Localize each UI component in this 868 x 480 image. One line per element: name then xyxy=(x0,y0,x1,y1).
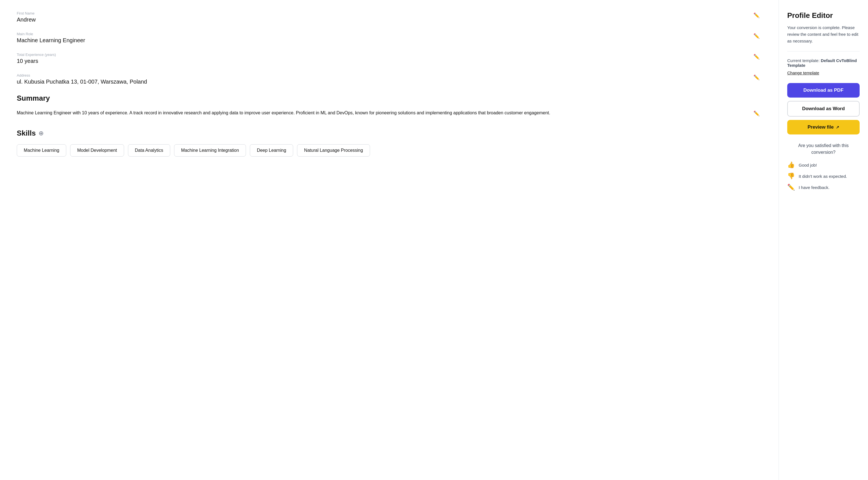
sidebar-divider xyxy=(787,51,860,52)
satisfaction-options: 👍 Good job! 👎 It didn't work as expected… xyxy=(787,161,860,191)
main-content: First Name Andrew ✏️ Main Role Machine L… xyxy=(0,0,779,480)
change-template-link[interactable]: Change template xyxy=(787,70,819,75)
sidebar-description: Your conversion is complete. Please revi… xyxy=(787,24,860,44)
first-name-label: First Name xyxy=(17,11,751,16)
total-experience-value: 10 years xyxy=(17,58,751,64)
satisfaction-option-label: Good job! xyxy=(799,163,817,168)
template-label: Current template: Default CvToBlind Temp… xyxy=(787,58,860,68)
satisfaction-option[interactable]: 👎 It didn't work as expected. xyxy=(787,173,860,180)
satisfaction-option-icon: ✏️ xyxy=(787,184,795,191)
address-edit-icon[interactable]: ✏️ xyxy=(751,73,762,82)
first-name-field: First Name Andrew xyxy=(17,11,751,23)
template-label-text: Current template: xyxy=(787,58,820,63)
address-label: Address xyxy=(17,73,751,78)
skill-tag: Data Analytics xyxy=(128,144,170,156)
first-name-edit-icon[interactable]: ✏️ xyxy=(751,11,762,20)
skill-tag: Machine Learning xyxy=(17,144,66,156)
add-skill-icon[interactable]: ⊕ xyxy=(38,130,43,137)
address-row: Address ul. Kubusia Puchatka 13, 01-007,… xyxy=(17,73,762,86)
satisfaction-option[interactable]: ✏️ I have feedback. xyxy=(787,184,860,191)
summary-edit-icon[interactable]: ✏️ xyxy=(751,109,762,118)
satisfaction-option-icon: 👎 xyxy=(787,173,795,180)
skills-section: Skills ⊕ Machine LearningModel Developme… xyxy=(17,129,762,156)
satisfaction-option[interactable]: 👍 Good job! xyxy=(787,161,860,169)
total-experience-row: Total Experience (years) 10 years ✏️ xyxy=(17,53,762,65)
summary-title-text: Summary xyxy=(17,94,50,102)
first-name-value: Andrew xyxy=(17,17,751,23)
satisfaction-option-label: I have feedback. xyxy=(799,185,830,190)
main-role-edit-icon[interactable]: ✏️ xyxy=(751,32,762,40)
first-name-row: First Name Andrew ✏️ xyxy=(17,11,762,24)
skills-grid: Machine LearningModel DevelopmentData An… xyxy=(17,144,762,156)
total-experience-field: Total Experience (years) 10 years xyxy=(17,53,751,64)
download-pdf-button[interactable]: Download as PDF xyxy=(787,83,860,97)
skill-tag: Machine Learning Integration xyxy=(174,144,246,156)
satisfaction-question: Are you satisfied with this conversion? xyxy=(787,142,860,156)
skills-heading: Skills ⊕ xyxy=(17,129,762,138)
summary-text: Machine Learning Engineer with 10 years … xyxy=(17,109,746,117)
external-link-icon: ↗ xyxy=(836,125,839,129)
summary-section: Summary Machine Learning Engineer with 1… xyxy=(17,94,762,118)
summary-text-row: Machine Learning Engineer with 10 years … xyxy=(17,109,762,118)
main-role-row: Main Role Machine Learning Engineer ✏️ xyxy=(17,32,762,45)
sidebar-title: Profile Editor xyxy=(787,11,860,20)
skill-tag: Deep Learning xyxy=(250,144,293,156)
sidebar: Profile Editor Your conversion is comple… xyxy=(779,0,868,480)
total-experience-edit-icon[interactable]: ✏️ xyxy=(751,53,762,61)
download-word-button[interactable]: Download as Word xyxy=(787,101,860,117)
skills-title-text: Skills xyxy=(17,129,36,138)
satisfaction-section: Are you satisfied with this conversion? … xyxy=(787,142,860,191)
main-role-label: Main Role xyxy=(17,32,751,36)
total-experience-label: Total Experience (years) xyxy=(17,53,751,57)
satisfaction-option-label: It didn't work as expected. xyxy=(799,174,847,179)
address-field: Address ul. Kubusia Puchatka 13, 01-007,… xyxy=(17,73,751,85)
address-value: ul. Kubusia Puchatka 13, 01-007, Warszaw… xyxy=(17,79,751,85)
main-role-field: Main Role Machine Learning Engineer xyxy=(17,32,751,43)
skill-tag: Natural Language Processing xyxy=(297,144,370,156)
satisfaction-option-icon: 👍 xyxy=(787,161,795,169)
main-role-value: Machine Learning Engineer xyxy=(17,37,751,43)
preview-file-button[interactable]: Preview file ↗ xyxy=(787,120,860,134)
summary-heading: Summary xyxy=(17,94,762,102)
preview-file-label: Preview file xyxy=(808,124,834,130)
skill-tag: Model Development xyxy=(70,144,124,156)
